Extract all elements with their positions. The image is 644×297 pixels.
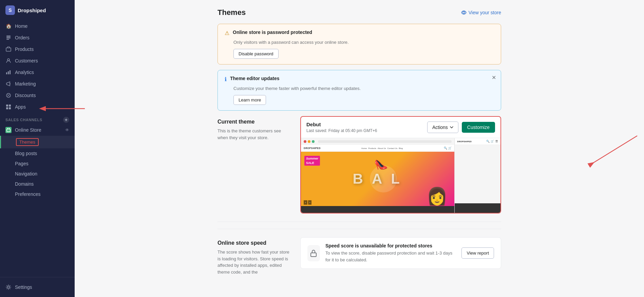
mock-hero: Summer SALE 👠 B A L 👩 ‹ › (301, 152, 454, 206)
settings-label: Settings (15, 284, 32, 290)
password-alert-title: Online store is password protected (233, 30, 312, 35)
analytics-icon (5, 69, 12, 75)
sidebar-logo: S Dropshiped (0, 0, 75, 18)
sidebar-item-preferences[interactable]: Preferences (0, 189, 75, 199)
svg-rect-1 (6, 37, 11, 38)
theme-editor-alert-description: Customize your theme faster with powerfu… (233, 86, 494, 91)
online-store-icon (5, 127, 12, 133)
sidebar-item-home[interactable]: 🏠 Home (0, 20, 75, 32)
address-bar (318, 140, 452, 143)
svg-rect-13 (6, 107, 8, 109)
theme-editor-alert-title: Theme editor updates (230, 76, 279, 81)
mock-side-footer (455, 203, 500, 213)
apps-icon (5, 104, 12, 110)
view-store-link[interactable]: View your store (461, 10, 501, 15)
mock-brand: DROPSHIPED (304, 147, 321, 149)
sidebar-item-discounts[interactable]: Discounts (0, 90, 75, 101)
add-sales-channel-button[interactable]: + (63, 117, 69, 123)
svg-point-17 (463, 12, 465, 14)
page-title: Themes (217, 8, 246, 17)
theme-saved-time: Last saved: Friday at 05:40 pm GMT+6 (306, 128, 377, 133)
theme-preview-side: DROPSHIPED 🔍 🛒 ☰ (454, 138, 500, 213)
lock-icon (307, 245, 320, 261)
sidebar-item-label: Products (15, 47, 34, 52)
sidebar-item-label: Analytics (15, 70, 34, 75)
close-alert-button[interactable]: ✕ (492, 74, 496, 81)
sidebar-item-online-store[interactable]: Online Store 👁 (0, 124, 75, 136)
current-theme-title: Current theme (217, 119, 292, 125)
next-arrow[interactable]: › (308, 200, 312, 205)
customize-button[interactable]: Customize (462, 122, 495, 133)
svg-rect-5 (6, 72, 7, 74)
view-report-button[interactable]: View report (461, 247, 494, 259)
sidebar-item-domains[interactable]: Domains (0, 179, 75, 189)
svg-point-4 (7, 59, 10, 61)
prev-arrow[interactable]: ‹ (304, 200, 307, 205)
sidebar-item-navigation[interactable]: Navigation (0, 169, 75, 179)
svg-rect-2 (6, 39, 9, 40)
hero-person: 👩 (427, 186, 448, 206)
sidebar-item-label: Orders (15, 35, 30, 40)
alert-header: ℹ Theme editor updates (225, 76, 494, 82)
svg-rect-6 (8, 71, 9, 74)
window-controls (301, 138, 454, 145)
theme-section-left: Current theme This is the theme customer… (217, 116, 292, 141)
sidebar-item-pages[interactable]: Pages (0, 159, 75, 169)
blog-posts-label: Blog posts (15, 151, 37, 156)
theme-preview-main: DROPSHIPED Home Products About Us Contac… (301, 138, 454, 213)
hero-letters: B A L (353, 171, 402, 187)
sidebar: S Dropshiped 🏠 Home Orders Products Cust… (0, 0, 75, 297)
password-alert-description: Only visitors with a password can access… (233, 40, 494, 45)
disable-password-button[interactable]: Disable password (233, 49, 279, 59)
theme-editor-alert: ✕ ℹ Theme editor updates Customize your … (217, 70, 501, 111)
navigation-label: Navigation (15, 171, 37, 177)
mock-footer (301, 206, 454, 213)
minimize-dot (308, 140, 310, 143)
preferences-label: Preferences (15, 191, 40, 197)
sidebar-item-marketing[interactable]: Marketing (0, 78, 75, 90)
svg-rect-15 (7, 129, 10, 132)
sidebar-item-apps[interactable]: Apps (0, 101, 75, 113)
products-icon (5, 46, 12, 52)
carousel-arrows: ‹ › (304, 200, 311, 205)
sidebar-item-label: Marketing (15, 81, 36, 87)
online-store-label: Online Store (15, 127, 41, 133)
speed-section-title: Online store speed (217, 240, 292, 246)
sidebar-item-analytics[interactable]: Analytics (0, 67, 75, 78)
mock-side-content (455, 145, 500, 203)
speed-message: Speed score is unavailable for protected… (325, 243, 456, 263)
theme-actions: Actions Customize (427, 122, 495, 133)
mock-nav-links: Home Products About Us Contact Us Blog (361, 147, 403, 149)
speed-card: Online store speed The score shows how f… (217, 237, 501, 275)
info-icon: ℹ (225, 76, 227, 82)
theme-card: Debut Last saved: Friday at 05:40 pm GMT… (300, 116, 501, 214)
current-theme-section: Current theme This is the theme customer… (217, 116, 501, 214)
preview-icon[interactable]: 👁 (65, 128, 69, 132)
sidebar-item-blog-posts[interactable]: Blog posts (0, 148, 75, 159)
mock-side-store: DROPSHIPED 🔍 🛒 ☰ (455, 138, 500, 213)
speed-card-title: Speed score is unavailable for protected… (325, 243, 456, 248)
mock-navbar: DROPSHIPED Home Products About Us Contac… (301, 145, 454, 152)
sidebar-item-customers[interactable]: Customers (0, 55, 75, 67)
sidebar-item-orders[interactable]: Orders (0, 32, 75, 43)
learn-more-button[interactable]: Learn more (233, 95, 266, 105)
eye-icon (461, 10, 467, 15)
speed-section: Online store speed The score shows how f… (217, 229, 501, 275)
sidebar-item-settings[interactable]: Settings (0, 281, 75, 293)
speed-section-description: The score shows how fast your store is l… (217, 249, 292, 275)
store-name: Dropshiped (18, 7, 46, 13)
sidebar-item-products[interactable]: Products (0, 43, 75, 55)
sidebar-bottom: Settings (0, 277, 75, 297)
mock-store: DROPSHIPED Home Products About Us Contac… (301, 138, 454, 213)
actions-button[interactable]: Actions (427, 122, 458, 133)
domains-label: Domains (15, 181, 34, 187)
sidebar-item-label: Apps (15, 104, 26, 110)
sidebar-item-themes[interactable]: Themes (0, 136, 75, 148)
actions-label: Actions (432, 125, 448, 130)
lock-svg (309, 249, 318, 257)
svg-rect-18 (311, 253, 316, 257)
main-content: Themes View your store ⚠ Online store is… (75, 0, 644, 297)
discounts-icon (5, 92, 12, 98)
current-theme-description: This is the theme customers see when the… (217, 128, 292, 141)
svg-rect-11 (6, 105, 8, 107)
